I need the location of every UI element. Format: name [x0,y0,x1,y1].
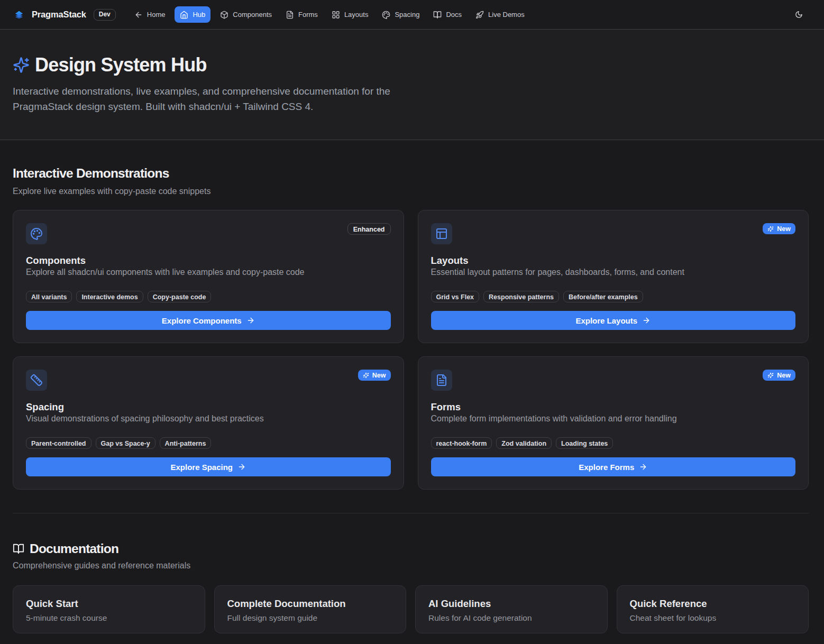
nav-item-label: Layouts [344,11,369,19]
sparkles-icon [13,57,30,73]
docs-section-title: Documentation [30,540,118,557]
demo-card-spacing: New Spacing Visual demonstrations of spa… [13,356,404,490]
arrow-right-icon [639,463,647,471]
demo-card-forms: New Forms Complete form implementations … [418,356,809,490]
explore-layouts-button[interactable]: Explore Layouts [431,311,796,330]
main-content: Interactive Demonstrations Explore live … [0,140,824,644]
doc-card-description: Full design system guide [227,612,393,623]
hero: Design System Hub Interactive demonstrat… [0,30,824,140]
badge-label: New [777,371,791,380]
box-icon [220,11,228,19]
nav-item-spacing[interactable]: Spacing [375,6,426,23]
tag: react-hook-form [431,437,492,449]
page-subtitle: Interactive demonstrations, live example… [13,84,420,114]
doc-card-description: Rules for AI code generation [428,612,594,623]
moon-icon [795,11,803,19]
arrow-right-icon [642,316,651,325]
doc-card-description: 5-minute crash course [26,612,192,623]
button-label: Explore Layouts [575,316,637,325]
navbar: PragmaStack Dev Home Hub Components Form… [0,0,824,30]
nav-item-docs[interactable]: Docs [426,6,469,23]
palette-icon [382,11,390,19]
badge-label: New [372,371,386,380]
arrow-right-icon [246,316,255,325]
arrow-left-icon [134,11,143,19]
card-title: Components [26,255,391,266]
home-icon [180,11,188,19]
badge-label: New [777,225,791,233]
section-divider [13,513,809,513]
docs-section-header: Documentation [13,540,809,557]
demo-card-components: Enhanced Components Explore all shadcn/u… [13,210,404,343]
palette-icon [30,227,43,240]
layout-grid-icon [332,11,340,19]
explore-components-button[interactable]: Explore Components [26,311,391,330]
sparkles-icon [767,226,774,232]
nav-item-label: Live Demos [488,11,525,19]
book-open-icon [433,11,442,19]
layers-icon [14,10,24,20]
tag: Grid vs Flex [431,291,480,302]
button-label: Explore Spacing [170,463,233,472]
doc-card-title: Quick Start [26,597,192,610]
docs-card-grid: Quick Start 5-minute crash course Comple… [13,585,809,633]
new-badge: New [763,223,795,234]
card-title: Layouts [431,255,796,266]
doc-card-quick-start[interactable]: Quick Start 5-minute crash course [13,585,205,633]
tag-row: Grid vs Flex Responsive patterns Before/… [431,291,796,302]
card-description: Complete form implementations with valid… [431,412,796,425]
nav-item-home[interactable]: Home [127,6,172,23]
tag: Parent-controlled [26,437,91,449]
panels-top-left-icon [435,227,448,240]
explore-forms-button[interactable]: Explore Forms [431,457,796,476]
demo-card-layouts: New Layouts Essential layout patterns fo… [418,210,809,343]
tag: Responsive patterns [483,291,559,302]
card-title: Forms [431,401,796,412]
forms-icon-tile [431,370,452,391]
new-badge: New [763,370,795,381]
tag: Loading states [556,437,613,449]
nav-item-label: Spacing [395,11,419,19]
rocket-icon [475,11,484,19]
nav-item-hub[interactable]: Hub [175,6,210,23]
doc-card-title: AI Guidelines [428,597,594,610]
nav-item-live-demos[interactable]: Live Demos [469,6,532,23]
card-title: Spacing [26,401,391,412]
doc-card-ai-guidelines[interactable]: AI Guidelines Rules for AI code generati… [415,585,608,633]
spacing-icon-tile [26,370,47,391]
nav-item-label: Forms [298,11,318,19]
doc-card-title: Quick Reference [630,597,796,610]
tag-row: react-hook-form Zod validation Loading s… [431,437,796,449]
button-label: Explore Forms [579,463,634,472]
main-nav: Home Hub Components Forms Layouts Spacin… [127,6,532,23]
tag: Gap vs Space-y [96,437,155,449]
tag-row: All variants Interactive demos Copy-past… [26,291,391,302]
enhanced-badge: Enhanced [347,223,391,235]
card-description: Essential layout patterns for pages, das… [431,266,796,279]
button-label: Explore Components [162,316,242,325]
env-badge: Dev [94,9,116,21]
demos-section-title: Interactive Demonstrations [13,165,809,181]
tag: Anti-patterns [160,437,212,449]
card-description: Explore all shadcn/ui components with li… [26,266,391,279]
nav-item-label: Docs [446,11,462,19]
nav-item-label: Hub [193,11,205,19]
theme-toggle-button[interactable] [789,5,808,24]
nav-item-forms[interactable]: Forms [279,6,325,23]
new-badge: New [358,370,391,381]
nav-item-components[interactable]: Components [213,6,279,23]
sparkles-icon [767,372,774,379]
docs-section-subtitle: Comprehensive guides and reference mater… [13,559,809,572]
tag-row: Parent-controlled Gap vs Space-y Anti-pa… [26,437,391,449]
tag: Copy-paste code [148,291,212,302]
arrow-right-icon [237,463,246,471]
explore-spacing-button[interactable]: Explore Spacing [26,457,391,476]
demos-section-subtitle: Explore live examples with copy-paste co… [13,185,809,198]
doc-card-quick-reference[interactable]: Quick Reference Cheat sheet for lookups [617,585,809,633]
tag: Before/after examples [563,291,643,302]
components-icon-tile [26,223,47,244]
tag: Zod validation [496,437,552,449]
layouts-icon-tile [431,223,452,244]
doc-card-complete-documentation[interactable]: Complete Documentation Full design syste… [214,585,407,633]
nav-item-layouts[interactable]: Layouts [325,6,376,23]
